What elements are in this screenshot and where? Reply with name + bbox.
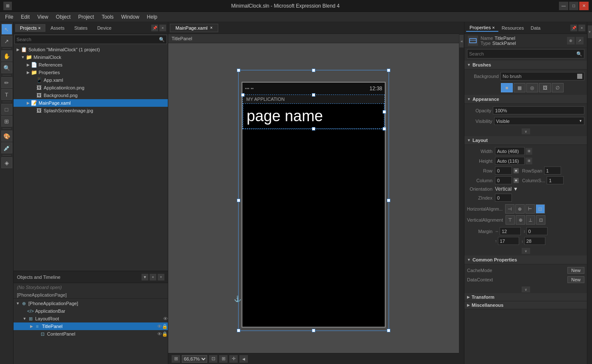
tab-states[interactable]: States (69, 24, 92, 32)
tree-item-mainpage[interactable]: ▶ 📝 MainPage.xaml (14, 99, 168, 107)
null-brush-btn[interactable]: ∅ (552, 83, 564, 92)
right-panel-pin-icon[interactable]: 📌 (570, 25, 577, 31)
right-expand-btn[interactable]: ▼ (588, 25, 592, 38)
bottom-icon-fit[interactable]: ⊡ (209, 355, 217, 363)
menu-tools[interactable]: Tools (98, 13, 117, 21)
pen-tool[interactable]: ✏ (1, 77, 12, 88)
orientation-dropdown[interactable]: Vertical ▼ (495, 186, 584, 192)
row-value[interactable]: 0 (495, 167, 512, 175)
handle-tr[interactable] (387, 69, 390, 72)
menu-view[interactable]: View (34, 13, 52, 21)
row-pin[interactable]: ■ (514, 168, 519, 173)
obj-contentpanel[interactable]: ⊡ ContentPanel 👁 🔒 (14, 330, 168, 338)
storyboard-dropdown-icon[interactable]: ▼ (142, 274, 148, 281)
bottom-icon-1[interactable]: ⊞ (172, 355, 180, 363)
close-button[interactable]: ✕ (579, 2, 589, 10)
titlepanel-handle-bottom[interactable] (312, 127, 315, 131)
halign-stretch-btn[interactable]: ⊡ (536, 204, 545, 214)
text-tool[interactable]: T (1, 89, 12, 100)
height-value[interactable]: Auto (116) (495, 157, 525, 165)
menu-object[interactable]: Object (53, 13, 74, 21)
tab-assets[interactable]: Assets (46, 24, 69, 32)
right-panel-close-icon[interactable]: × (578, 25, 585, 31)
obj-phone-page[interactable]: ▼ ⊕ [PhoneApplicationPage] (14, 300, 168, 307)
cachemode-new-button[interactable]: New (567, 267, 584, 274)
select-element-icon[interactable]: ⊕ (567, 37, 575, 44)
grid-tool[interactable]: ⊞ (1, 116, 12, 127)
contentpanel-visibility-icon[interactable]: 👁 (157, 331, 162, 336)
titlepanel-handle-br[interactable] (383, 127, 386, 131)
menu-file[interactable]: File (2, 13, 17, 21)
width-value[interactable]: Auto (468) (495, 147, 525, 155)
tree-item-project[interactable]: ▼ 📁 MinimalClock (14, 53, 168, 61)
title-panel-selection[interactable]: MY APPLICATION page name (242, 94, 385, 129)
assets-panel-tool[interactable]: ◈ (1, 157, 12, 168)
add-object-icon[interactable]: + (158, 274, 164, 281)
brush-color-picker[interactable] (577, 74, 582, 79)
miscellaneous-section-header[interactable]: ▶ Miscellaneous (464, 301, 587, 309)
margin-right-value[interactable]: 0 (526, 227, 548, 235)
columnspan-value[interactable]: 1 (547, 176, 564, 184)
layoutroot-visibility-icon[interactable]: 👁 (163, 316, 168, 321)
halign-right-btn[interactable]: ⊢ (525, 204, 535, 214)
rtab-properties[interactable]: Properties × (466, 24, 498, 32)
datacontext-new-button[interactable]: New (567, 276, 584, 283)
handle-bl[interactable] (237, 329, 240, 332)
gradient-brush-btn[interactable]: ▦ (514, 83, 525, 92)
titlepanel-lock-icon[interactable]: 🔒 (162, 324, 168, 329)
close-storyboard-icon[interactable]: × (150, 274, 156, 281)
handle-tm[interactable] (312, 69, 315, 72)
menu-window[interactable]: Window (118, 13, 143, 21)
handle-bm[interactable] (312, 329, 315, 332)
radial-brush-btn[interactable]: ◎ (526, 83, 538, 92)
tree-item-background[interactable]: 🖼 Background.png (14, 92, 168, 99)
titlepanel-handle-right[interactable] (383, 110, 386, 114)
selection-tool[interactable]: ↖ (1, 24, 12, 35)
tree-item-appicon[interactable]: 🖼 ApplicationIcon.png (14, 84, 168, 92)
mainpage-tab-close[interactable]: × (210, 25, 213, 30)
visibility-dropdown[interactable]: Visible ▼ (494, 117, 584, 125)
appearance-section-header[interactable]: ▼ Appearance (464, 95, 587, 104)
column-pin[interactable]: ■ (514, 178, 519, 183)
common-collapse-btn[interactable]: ∨ (522, 286, 530, 292)
height-expand-btn[interactable]: ⊞ (525, 158, 532, 164)
appearance-collapse-btn[interactable]: ∨ (522, 128, 530, 134)
obj-titlepanel[interactable]: ▶ ≡ TitlePanel 👁 🔒 (14, 322, 168, 330)
brushes-section-header[interactable]: ▼ Brushes (464, 61, 587, 69)
bottom-icon-snap[interactable]: ✛ (229, 355, 238, 363)
zoom-tool[interactable]: 🔍 (1, 62, 12, 73)
common-props-section-header[interactable]: ▼ Common Properties (464, 256, 587, 264)
canvas-wrapper[interactable]: ▪▪▪ ▪▪ 12:38 MY APPLICATION (168, 43, 459, 353)
handle-tl[interactable] (237, 69, 240, 72)
valign-center-btn[interactable]: ⊕ (516, 215, 525, 225)
valign-stretch-btn[interactable]: ⊡ (536, 215, 545, 225)
bottom-icon-left[interactable]: ◄ (239, 355, 248, 363)
zindex-value[interactable]: 0 (495, 194, 512, 202)
layout-section-header[interactable]: ▼ Layout (464, 136, 587, 145)
tab-device[interactable]: Device (92, 24, 116, 32)
eyedropper-tool[interactable]: 💉 (1, 142, 12, 153)
tree-item-references[interactable]: ▶ 📄 References (14, 61, 168, 69)
handle-ml[interactable] (237, 199, 240, 202)
tab-projects[interactable]: Projects × (15, 24, 45, 32)
handle-mr[interactable] (387, 199, 390, 202)
solid-brush-btn[interactable]: ■ (501, 83, 513, 92)
rtab-resources[interactable]: Resources (498, 25, 528, 31)
tree-item-splash[interactable]: 🖼 SplashScreenImage.jpg (14, 107, 168, 114)
halign-center-btn[interactable]: ⊕ (515, 204, 525, 214)
width-expand-btn[interactable]: ⊞ (525, 148, 532, 155)
minimize-button[interactable]: — (559, 2, 568, 10)
margin-bottom-value[interactable]: 28 (524, 237, 545, 245)
paint-bucket-tool[interactable]: 🎨 (1, 131, 12, 142)
image-brush-btn[interactable]: 🖼 (539, 83, 551, 92)
maximize-button[interactable]: □ (569, 2, 578, 10)
shape-tool[interactable]: □ (1, 104, 12, 115)
expand-handle-btn[interactable]: ◄ (459, 35, 464, 47)
panel-pin-icon[interactable]: 📌 (151, 25, 158, 31)
contentpanel-lock-icon[interactable]: 🔒 (162, 331, 168, 337)
titlepanel-handle-top[interactable] (312, 93, 315, 97)
tree-item-solution[interactable]: ▶ 📋 Solution "MinimalClock" (1 project) (14, 46, 168, 53)
valign-bottom-btn[interactable]: ⊥ (526, 215, 535, 225)
handle-br[interactable] (387, 329, 390, 332)
rowspan-value[interactable]: 1 (544, 167, 561, 175)
